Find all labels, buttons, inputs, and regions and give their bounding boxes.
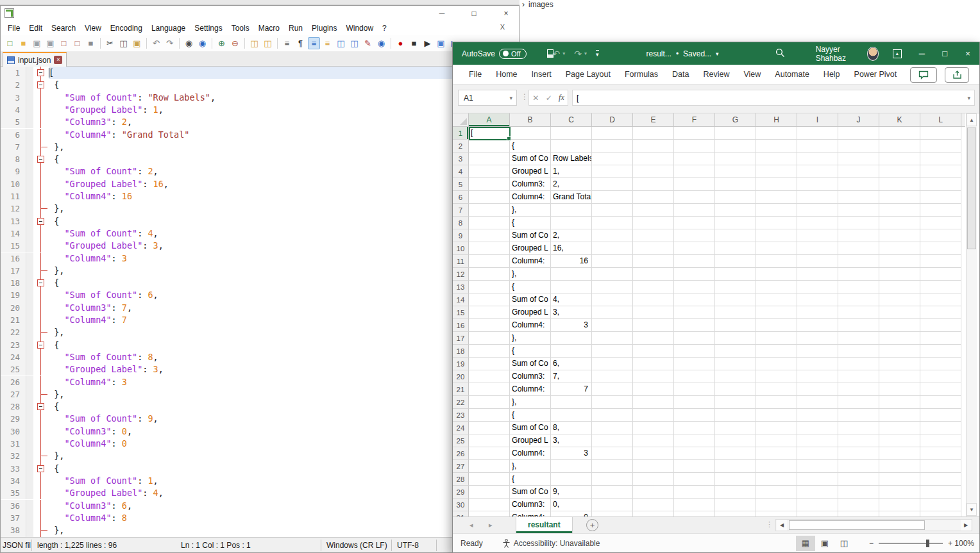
cell-F14[interactable] [674, 293, 715, 306]
cell-F8[interactable] [674, 217, 715, 229]
cell-E4[interactable] [633, 165, 674, 178]
cell-D6[interactable] [592, 191, 633, 204]
cell-E13[interactable] [633, 281, 674, 293]
cell-D16[interactable] [592, 319, 633, 332]
cell-D10[interactable] [592, 242, 633, 255]
cell-E25[interactable] [633, 434, 674, 447]
cell-K21[interactable] [879, 383, 920, 396]
cell-G26[interactable] [715, 447, 756, 460]
cell-D12[interactable] [592, 268, 633, 281]
cell-J29[interactable] [838, 486, 879, 499]
editor-line[interactable]: 21 "Column4": 7 [1, 314, 519, 326]
code-text[interactable]: }, [49, 141, 519, 153]
cell-B27[interactable]: }, [510, 460, 551, 473]
cell-L30[interactable] [920, 499, 961, 511]
cell-F27[interactable] [674, 460, 715, 473]
cell-F22[interactable] [674, 396, 715, 409]
cell-L26[interactable] [920, 447, 961, 460]
bookmark-margin[interactable] [26, 277, 33, 289]
cell-H13[interactable] [756, 281, 797, 293]
cell-I5[interactable] [797, 178, 838, 191]
cell-L1[interactable] [920, 127, 961, 140]
cell-F21[interactable] [674, 383, 715, 396]
row-header-10[interactable]: 10 [453, 242, 469, 255]
cell-I6[interactable] [797, 191, 838, 204]
cell-H5[interactable] [756, 178, 797, 191]
editor-line[interactable]: 35 "Grouped Label": 4, [1, 487, 519, 499]
cell-G23[interactable] [715, 409, 756, 422]
fold-margin[interactable] [33, 289, 49, 301]
cell-F9[interactable] [674, 229, 715, 242]
fold-margin[interactable] [33, 215, 49, 227]
cell-E30[interactable] [633, 499, 674, 511]
cell-E8[interactable] [633, 217, 674, 229]
cell-C7[interactable] [551, 204, 592, 217]
cell-H28[interactable] [756, 473, 797, 486]
fold-margin[interactable] [33, 277, 49, 289]
bookmark-margin[interactable] [26, 67, 33, 79]
row-header-9[interactable]: 9 [453, 229, 469, 242]
cell-I28[interactable] [797, 473, 838, 486]
fold-margin[interactable] [33, 190, 49, 202]
cell-F16[interactable] [674, 319, 715, 332]
fold-margin[interactable] [33, 376, 49, 388]
bookmark-margin[interactable] [26, 302, 33, 314]
cell-D8[interactable] [592, 217, 633, 229]
cell-D23[interactable] [592, 409, 633, 422]
cell-J11[interactable] [838, 255, 879, 268]
cell-I16[interactable] [797, 319, 838, 332]
cell-J24[interactable] [838, 422, 879, 434]
cell-A13[interactable] [469, 281, 510, 293]
cell-K15[interactable] [879, 306, 920, 319]
row-header-5[interactable]: 5 [453, 178, 469, 191]
cell-D26[interactable] [592, 447, 633, 460]
tab-splitter-icon[interactable]: ⋮ [766, 520, 773, 529]
fold-margin[interactable] [33, 413, 49, 425]
editor-line[interactable]: 25 "Grouped Label": 3, [1, 363, 519, 376]
column-header-A[interactable]: A [469, 113, 510, 127]
cell-D14[interactable] [592, 293, 633, 306]
notepadpp-titlebar[interactable]: ─ □ × [1, 6, 519, 21]
cell-E11[interactable] [633, 255, 674, 268]
scroll-down-icon[interactable]: ▼ [967, 503, 977, 516]
cell-B16[interactable]: Column4: [510, 319, 551, 332]
cell-H27[interactable] [756, 460, 797, 473]
find-icon[interactable]: ◉ [183, 37, 195, 49]
fold-collapse-icon[interactable] [37, 342, 44, 349]
bookmark-margin[interactable] [26, 500, 33, 512]
vertical-scroll-thumb[interactable] [967, 128, 976, 249]
cell-D7[interactable] [592, 204, 633, 217]
fold-collapse-icon[interactable] [37, 156, 44, 163]
menu-file[interactable]: File [3, 22, 24, 35]
column-header-K[interactable]: K [879, 113, 920, 127]
cell-B5[interactable]: Column3: [510, 178, 551, 191]
cell-D21[interactable] [592, 383, 633, 396]
cell-I12[interactable] [797, 268, 838, 281]
cell-K27[interactable] [879, 460, 920, 473]
cell-F29[interactable] [674, 486, 715, 499]
zoom-out-icon[interactable]: − [869, 539, 874, 548]
code-text[interactable]: { [49, 277, 519, 289]
cell-I3[interactable] [797, 153, 838, 165]
cell-A7[interactable] [469, 204, 510, 217]
cell-C11[interactable]: 16 [551, 255, 592, 268]
editor-line[interactable]: 10 "Grouped Label": 16, [1, 178, 519, 190]
cell-D29[interactable] [592, 486, 633, 499]
autosave-toggle[interactable]: AutoSave Off [462, 49, 527, 59]
cell-B22[interactable]: }, [510, 396, 551, 409]
editor-area[interactable]: 1[2 {3 "Sum of Count": "Row Labels",4 "G… [1, 67, 519, 537]
cell-C16[interactable]: 3 [551, 319, 592, 332]
cell-C12[interactable] [551, 268, 592, 281]
fold-margin[interactable] [33, 67, 49, 79]
redo-dropdown-icon[interactable]: ▾ [584, 51, 587, 56]
cell-B15[interactable]: Grouped L [510, 306, 551, 319]
cell-C25[interactable]: 3, [551, 434, 592, 447]
cell-D2[interactable] [592, 140, 633, 153]
autosave-pill[interactable]: Off [499, 49, 526, 59]
cell-I10[interactable] [797, 242, 838, 255]
cell-K23[interactable] [879, 409, 920, 422]
fold-margin[interactable] [33, 512, 49, 524]
cell-B30[interactable]: Column3: [510, 499, 551, 511]
cell-K16[interactable] [879, 319, 920, 332]
cell-E31[interactable] [633, 511, 674, 516]
